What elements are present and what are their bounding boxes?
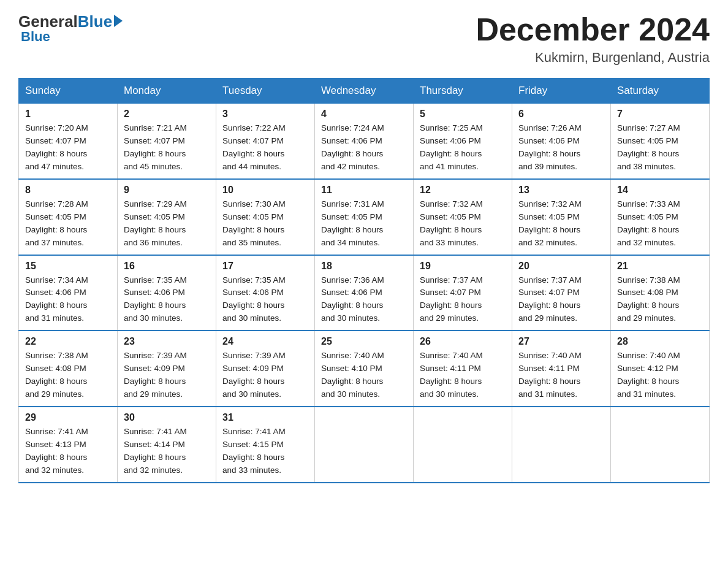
table-row [414, 407, 512, 483]
day-info: Sunrise: 7:31 AM Sunset: 4:05 PM Dayligh… [321, 198, 407, 250]
header-wednesday: Wednesday [315, 79, 414, 104]
day-info: Sunrise: 7:40 AM Sunset: 4:10 PM Dayligh… [321, 350, 407, 401]
calendar-week-row: 1 Sunrise: 7:20 AM Sunset: 4:07 PM Dayli… [19, 104, 710, 179]
day-number: 2 [124, 109, 210, 120]
header-sunday: Sunday [19, 79, 118, 104]
day-number: 14 [617, 185, 703, 196]
day-info: Sunrise: 7:37 AM Sunset: 4:07 PM Dayligh… [420, 274, 506, 326]
table-row: 1 Sunrise: 7:20 AM Sunset: 4:07 PM Dayli… [19, 104, 118, 179]
table-row: 22 Sunrise: 7:38 AM Sunset: 4:08 PM Dayl… [19, 331, 118, 407]
table-row: 16 Sunrise: 7:35 AM Sunset: 4:06 PM Dayl… [118, 255, 216, 331]
day-info: Sunrise: 7:33 AM Sunset: 4:05 PM Dayligh… [617, 198, 703, 250]
calendar-header-row: Sunday Monday Tuesday Wednesday Thursday… [19, 79, 710, 104]
day-info: Sunrise: 7:35 AM Sunset: 4:06 PM Dayligh… [124, 274, 210, 326]
table-row [315, 407, 414, 483]
day-number: 26 [420, 336, 506, 347]
table-row: 13 Sunrise: 7:32 AM Sunset: 4:05 PM Dayl… [512, 179, 611, 255]
day-number: 3 [222, 109, 308, 120]
table-row: 7 Sunrise: 7:27 AM Sunset: 4:05 PM Dayli… [611, 104, 710, 179]
day-number: 19 [420, 261, 506, 272]
day-info: Sunrise: 7:29 AM Sunset: 4:05 PM Dayligh… [124, 198, 210, 250]
table-row: 21 Sunrise: 7:38 AM Sunset: 4:08 PM Dayl… [611, 255, 710, 331]
day-number: 13 [518, 185, 604, 196]
day-info: Sunrise: 7:35 AM Sunset: 4:06 PM Dayligh… [222, 274, 308, 326]
day-info: Sunrise: 7:30 AM Sunset: 4:05 PM Dayligh… [222, 198, 308, 250]
table-row: 5 Sunrise: 7:25 AM Sunset: 4:06 PM Dayli… [414, 104, 512, 179]
table-row: 2 Sunrise: 7:21 AM Sunset: 4:07 PM Dayli… [118, 104, 216, 179]
day-info: Sunrise: 7:41 AM Sunset: 4:14 PM Dayligh… [124, 426, 210, 477]
table-row [512, 407, 611, 483]
day-number: 30 [124, 412, 210, 423]
page-header: General Blue Blue December 2024 Kukmirn,… [18, 12, 710, 66]
logo-blue-label: Blue [21, 29, 50, 45]
day-number: 7 [617, 109, 703, 120]
day-number: 10 [222, 185, 308, 196]
day-number: 4 [321, 109, 407, 120]
table-row: 3 Sunrise: 7:22 AM Sunset: 4:07 PM Dayli… [216, 104, 315, 179]
table-row: 12 Sunrise: 7:32 AM Sunset: 4:05 PM Dayl… [414, 179, 512, 255]
table-row: 17 Sunrise: 7:35 AM Sunset: 4:06 PM Dayl… [216, 255, 315, 331]
day-info: Sunrise: 7:26 AM Sunset: 4:06 PM Dayligh… [518, 122, 604, 174]
location-subtitle: Kukmirn, Burgenland, Austria [476, 50, 710, 66]
header-right: December 2024 Kukmirn, Burgenland, Austr… [476, 12, 710, 66]
day-number: 16 [124, 261, 210, 272]
table-row: 28 Sunrise: 7:40 AM Sunset: 4:12 PM Dayl… [611, 331, 710, 407]
calendar-week-row: 8 Sunrise: 7:28 AM Sunset: 4:05 PM Dayli… [19, 179, 710, 255]
table-row: 11 Sunrise: 7:31 AM Sunset: 4:05 PM Dayl… [315, 179, 414, 255]
table-row: 25 Sunrise: 7:40 AM Sunset: 4:10 PM Dayl… [315, 331, 414, 407]
day-info: Sunrise: 7:40 AM Sunset: 4:12 PM Dayligh… [617, 350, 703, 401]
day-number: 29 [25, 412, 111, 423]
table-row: 15 Sunrise: 7:34 AM Sunset: 4:06 PM Dayl… [19, 255, 118, 331]
header-saturday: Saturday [611, 79, 710, 104]
day-info: Sunrise: 7:38 AM Sunset: 4:08 PM Dayligh… [617, 274, 703, 326]
calendar-table: Sunday Monday Tuesday Wednesday Thursday… [18, 78, 710, 483]
day-number: 22 [25, 336, 111, 347]
day-info: Sunrise: 7:21 AM Sunset: 4:07 PM Dayligh… [124, 122, 210, 174]
table-row: 8 Sunrise: 7:28 AM Sunset: 4:05 PM Dayli… [19, 179, 118, 255]
day-info: Sunrise: 7:32 AM Sunset: 4:05 PM Dayligh… [518, 198, 604, 250]
day-number: 25 [321, 336, 407, 347]
day-info: Sunrise: 7:41 AM Sunset: 4:13 PM Dayligh… [25, 426, 111, 477]
day-info: Sunrise: 7:38 AM Sunset: 4:08 PM Dayligh… [25, 350, 111, 401]
day-number: 20 [518, 261, 604, 272]
calendar-week-row: 22 Sunrise: 7:38 AM Sunset: 4:08 PM Dayl… [19, 331, 710, 407]
day-number: 23 [124, 336, 210, 347]
day-info: Sunrise: 7:20 AM Sunset: 4:07 PM Dayligh… [25, 122, 111, 174]
day-number: 24 [222, 336, 308, 347]
day-number: 21 [617, 261, 703, 272]
day-info: Sunrise: 7:25 AM Sunset: 4:06 PM Dayligh… [420, 122, 506, 174]
day-number: 6 [518, 109, 604, 120]
day-info: Sunrise: 7:39 AM Sunset: 4:09 PM Dayligh… [124, 350, 210, 401]
table-row: 14 Sunrise: 7:33 AM Sunset: 4:05 PM Dayl… [611, 179, 710, 255]
calendar-week-row: 15 Sunrise: 7:34 AM Sunset: 4:06 PM Dayl… [19, 255, 710, 331]
logo-triangle-icon [114, 15, 123, 27]
month-title: December 2024 [476, 12, 710, 47]
day-number: 5 [420, 109, 506, 120]
day-info: Sunrise: 7:34 AM Sunset: 4:06 PM Dayligh… [25, 274, 111, 326]
day-number: 11 [321, 185, 407, 196]
header-tuesday: Tuesday [216, 79, 315, 104]
table-row: 19 Sunrise: 7:37 AM Sunset: 4:07 PM Dayl… [414, 255, 512, 331]
calendar-week-row: 29 Sunrise: 7:41 AM Sunset: 4:13 PM Dayl… [19, 407, 710, 483]
day-info: Sunrise: 7:39 AM Sunset: 4:09 PM Dayligh… [222, 350, 308, 401]
table-row: 29 Sunrise: 7:41 AM Sunset: 4:13 PM Dayl… [19, 407, 118, 483]
header-friday: Friday [512, 79, 611, 104]
day-info: Sunrise: 7:36 AM Sunset: 4:06 PM Dayligh… [321, 274, 407, 326]
day-number: 28 [617, 336, 703, 347]
table-row: 9 Sunrise: 7:29 AM Sunset: 4:05 PM Dayli… [118, 179, 216, 255]
table-row: 30 Sunrise: 7:41 AM Sunset: 4:14 PM Dayl… [118, 407, 216, 483]
day-number: 27 [518, 336, 604, 347]
table-row: 10 Sunrise: 7:30 AM Sunset: 4:05 PM Dayl… [216, 179, 315, 255]
day-info: Sunrise: 7:27 AM Sunset: 4:05 PM Dayligh… [617, 122, 703, 174]
table-row: 6 Sunrise: 7:26 AM Sunset: 4:06 PM Dayli… [512, 104, 611, 179]
table-row: 31 Sunrise: 7:41 AM Sunset: 4:15 PM Dayl… [216, 407, 315, 483]
day-info: Sunrise: 7:41 AM Sunset: 4:15 PM Dayligh… [222, 426, 308, 477]
day-info: Sunrise: 7:40 AM Sunset: 4:11 PM Dayligh… [420, 350, 506, 401]
day-number: 12 [420, 185, 506, 196]
day-number: 18 [321, 261, 407, 272]
day-number: 15 [25, 261, 111, 272]
day-info: Sunrise: 7:28 AM Sunset: 4:05 PM Dayligh… [25, 198, 111, 250]
table-row [611, 407, 710, 483]
table-row: 20 Sunrise: 7:37 AM Sunset: 4:07 PM Dayl… [512, 255, 611, 331]
table-row: 18 Sunrise: 7:36 AM Sunset: 4:06 PM Dayl… [315, 255, 414, 331]
